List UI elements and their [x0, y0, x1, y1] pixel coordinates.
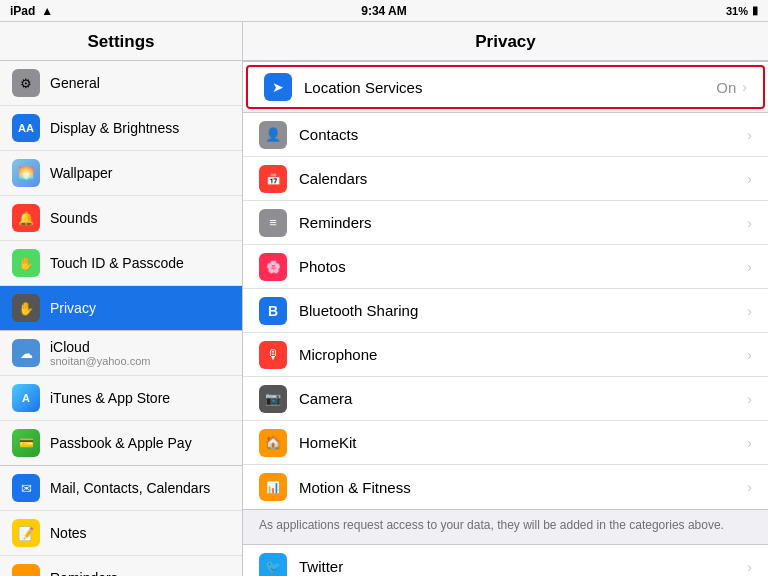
sidebar-item-mail[interactable]: ✉ Mail, Contacts, Calendars [0, 466, 242, 511]
location-row[interactable]: ➤ Location Services On › [246, 65, 765, 109]
privacy-label: Privacy [50, 300, 96, 316]
sidebar-item-touchid[interactable]: ✋ Touch ID & Passcode [0, 241, 242, 286]
calendars-label: Calendars [299, 170, 747, 187]
motion-label: Motion & Fitness [299, 479, 747, 496]
bluetooth-icon: B [259, 297, 287, 325]
photos-label: Photos [299, 258, 747, 275]
wallpaper-label: Wallpaper [50, 165, 113, 181]
twitter-row[interactable]: 🐦 Twitter › [243, 545, 768, 576]
sidebar-title: Settings [0, 22, 242, 61]
wifi-icon: ▲ [41, 4, 53, 18]
sidebar-item-privacy[interactable]: ✋ Privacy [0, 286, 242, 330]
camera-chevron: › [747, 391, 752, 407]
display-icon: AA [12, 114, 40, 142]
battery-icon: ▮ [752, 4, 758, 17]
bluetooth-label: Bluetooth Sharing [299, 302, 747, 319]
sidebar-item-reminders[interactable]: ≡ Reminders [0, 556, 242, 576]
microphone-row[interactable]: 🎙 Microphone › [243, 333, 768, 377]
mail-icon: ✉ [12, 474, 40, 502]
calendars-row[interactable]: 📅 Calendars › [243, 157, 768, 201]
icloud-label: iCloud snoitan@yahoo.com [50, 339, 150, 367]
display-label: Display & Brightness [50, 120, 179, 136]
passbook-icon: 💳 [12, 429, 40, 457]
camera-icon: 📷 [259, 385, 287, 413]
app-container: Settings ⚙ General AA Display & Brightne… [0, 22, 768, 576]
motion-chevron: › [747, 479, 752, 495]
status-left: iPad ▲ [10, 4, 53, 18]
photos-icon: 🌸 [259, 253, 287, 281]
main-content: Privacy ➤ Location Services On › 👤 Conta… [243, 22, 768, 576]
notes-icon: 📝 [12, 519, 40, 547]
contacts-row[interactable]: 👤 Contacts › [243, 113, 768, 157]
location-icon: ➤ [264, 73, 292, 101]
sidebar-item-icloud[interactable]: ☁ iCloud snoitan@yahoo.com [0, 331, 242, 376]
reminders-icon: ≡ [259, 209, 287, 237]
sidebar-item-sounds[interactable]: 🔔 Sounds [0, 196, 242, 241]
homekit-label: HomeKit [299, 434, 747, 451]
sidebar-item-wallpaper[interactable]: 🌅 Wallpaper [0, 151, 242, 196]
homekit-row[interactable]: 🏠 HomeKit › [243, 421, 768, 465]
bluetooth-row[interactable]: B Bluetooth Sharing › [243, 289, 768, 333]
location-section: ➤ Location Services On › [243, 61, 768, 109]
sidebar-item-display[interactable]: AA Display & Brightness [0, 106, 242, 151]
twitter-label: Twitter [299, 558, 747, 575]
twitter-chevron: › [747, 559, 752, 575]
location-chevron: › [742, 79, 747, 95]
location-value: On [716, 79, 736, 96]
main-title: Privacy [243, 22, 768, 61]
photos-row[interactable]: 🌸 Photos › [243, 245, 768, 289]
mail-label: Mail, Contacts, Calendars [50, 480, 210, 496]
contacts-chevron: › [747, 127, 752, 143]
homekit-chevron: › [747, 435, 752, 451]
contacts-icon: 👤 [259, 121, 287, 149]
sidebar: Settings ⚙ General AA Display & Brightne… [0, 22, 243, 576]
bluetooth-chevron: › [747, 303, 752, 319]
microphone-icon: 🎙 [259, 341, 287, 369]
reminders-row[interactable]: ≡ Reminders › [243, 201, 768, 245]
sidebar-item-notes[interactable]: 📝 Notes [0, 511, 242, 556]
passbook-label: Passbook & Apple Pay [50, 435, 192, 451]
sidebar-item-itunes[interactable]: A iTunes & App Store [0, 376, 242, 421]
status-bar: iPad ▲ 9:34 AM 31% ▮ [0, 0, 768, 22]
contacts-label: Contacts [299, 126, 747, 143]
touchid-label: Touch ID & Passcode [50, 255, 184, 271]
calendars-icon: 📅 [259, 165, 287, 193]
info-text-1: As applications request access to your d… [243, 510, 768, 544]
privacy-icon: ✋ [12, 294, 40, 322]
sidebar-item-passbook[interactable]: 💳 Passbook & Apple Pay [0, 421, 242, 465]
sidebar-section-1: ⚙ General AA Display & Brightness 🌅 Wall… [0, 61, 242, 331]
device-label: iPad [10, 4, 35, 18]
twitter-icon: 🐦 [259, 553, 287, 577]
sidebar-section-2: ☁ iCloud snoitan@yahoo.com A iTunes & Ap… [0, 331, 242, 466]
notes-label: Notes [50, 525, 87, 541]
reminders-chevron: › [747, 215, 752, 231]
motion-icon: 📊 [259, 473, 287, 501]
touchid-icon: ✋ [12, 249, 40, 277]
general-icon: ⚙ [12, 69, 40, 97]
battery-label: 31% [726, 5, 748, 17]
sidebar-section-3: ✉ Mail, Contacts, Calendars 📝 Notes ≡ Re… [0, 466, 242, 576]
location-label: Location Services [304, 79, 716, 96]
reminders-icon: ≡ [12, 564, 40, 576]
camera-row[interactable]: 📷 Camera › [243, 377, 768, 421]
general-label: General [50, 75, 100, 91]
status-time: 9:34 AM [361, 4, 407, 18]
motion-row[interactable]: 📊 Motion & Fitness › [243, 465, 768, 509]
reminders-label: Reminders [50, 570, 118, 576]
icloud-icon: ☁ [12, 339, 40, 367]
reminders-label: Reminders [299, 214, 747, 231]
photos-chevron: › [747, 259, 752, 275]
itunes-label: iTunes & App Store [50, 390, 170, 406]
homekit-icon: 🏠 [259, 429, 287, 457]
sounds-label: Sounds [50, 210, 97, 226]
microphone-label: Microphone [299, 346, 747, 363]
calendars-chevron: › [747, 171, 752, 187]
itunes-icon: A [12, 384, 40, 412]
status-right: 31% ▮ [726, 4, 758, 17]
sidebar-item-general[interactable]: ⚙ General [0, 61, 242, 106]
sounds-icon: 🔔 [12, 204, 40, 232]
wallpaper-icon: 🌅 [12, 159, 40, 187]
data-rows-section: 👤 Contacts › 📅 Calendars › ≡ Reminders ›… [243, 112, 768, 510]
microphone-chevron: › [747, 347, 752, 363]
camera-label: Camera [299, 390, 747, 407]
